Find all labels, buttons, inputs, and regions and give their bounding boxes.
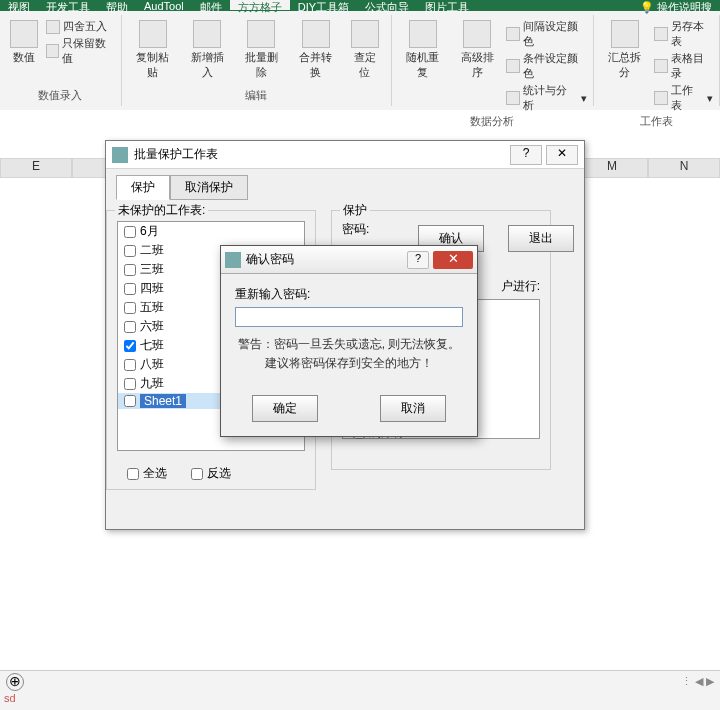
group-analysis: 随机重复 高级排序 间隔设定颜色 条件设定颜色 统计与分析 ▾ 数据分析 [392,15,594,106]
tab-pic[interactable]: 图片工具 [417,0,477,10]
scroll-controls[interactable]: ⋮ ◀ ▶ [681,675,714,688]
tab-audtool[interactable]: AudTool [136,0,192,10]
col-m[interactable]: M [576,158,648,178]
confirm-title: 确认密码 [246,251,294,268]
tab-help[interactable]: 帮助 [98,0,136,10]
col-e[interactable]: E [0,158,72,178]
sheet-check[interactable] [124,264,136,276]
protect-label: 保护 [340,202,370,219]
summary-icon [611,20,639,48]
confirm-help-btn[interactable]: ? [407,251,429,269]
tab-mail[interactable]: 邮件 [192,0,230,10]
toc-icon [654,59,668,73]
group-label: 工作表 [600,114,713,129]
sheet-item: 6月 [118,222,304,241]
invert-sel[interactable]: 反选 [185,464,237,483]
btn-cond-color[interactable]: 条件设定颜色 [506,50,586,82]
delete-icon [247,20,275,48]
btn-numeric[interactable]: 数值 [6,18,42,67]
btn-summary[interactable]: 汇总拆分 [600,18,651,114]
tab-view[interactable]: 视图 [0,0,38,10]
btn-insert[interactable]: 新增插入 [182,18,232,82]
dialog-title: 批量保护工作表 [134,146,218,163]
btn-toc[interactable]: 表格目录 [654,50,713,82]
sheet-check[interactable] [124,245,136,257]
round-icon [46,20,60,34]
btn-alt-color[interactable]: 间隔设定颜色 [506,18,586,50]
confirm-cancel-button[interactable]: 取消 [380,395,446,422]
confirm-prompt: 重新输入密码: [235,286,463,303]
confirm-ok-button[interactable]: 确定 [252,395,318,422]
tab-protect[interactable]: 保护 [116,175,170,200]
tab-unprotect[interactable]: 取消保护 [170,175,248,200]
group-label: 数据分析 [398,114,587,129]
sheet-check[interactable] [124,226,136,238]
dialog-titlebar[interactable]: 批量保护工作表 ? ✕ [106,141,584,169]
confirm-warn1: 警告：密码一旦丢失或遗忘, 则无法恢复。 [235,335,463,354]
btn-batch-del[interactable]: 批量删除 [236,18,286,82]
group-input: 数值 四舍五入 只保留数值 数值录入 [0,15,122,106]
ribbon-tabs: 视图 开发工具 帮助 AudTool 邮件 方方格子 DIY工具箱 公式向导 图… [0,0,720,10]
btn-copy-paste[interactable]: 复制粘贴 [128,18,178,82]
status-bar: sd [0,692,720,710]
btn-worksheet[interactable]: 工作表 ▾ [654,82,713,114]
paste-icon [139,20,167,48]
group-worksheet: 汇总拆分 另存本表 表格目录 工作表 ▾ 工作表 [594,15,720,106]
altcolor-icon [506,27,520,41]
dialog-icon [112,147,128,163]
status-text: sd [4,692,16,704]
tab-formula[interactable]: 公式向导 [357,0,417,10]
save-icon [654,27,668,41]
insert-icon [193,20,221,48]
dialog-tabstrip: 保护 取消保护 [116,175,584,200]
condcolor-icon [506,59,520,73]
add-sheet-button[interactable]: ⊕ [6,673,24,691]
btn-round[interactable]: 四舍五入 [46,18,115,35]
dialog-close-btn[interactable]: ✕ [546,145,578,165]
group-label: 数值录入 [6,88,115,103]
sheet-icon [654,91,668,105]
btn-stats[interactable]: 统计与分析 ▾ [506,82,586,114]
keepnum-icon [46,44,59,58]
btn-locate[interactable]: 查定位 [345,18,385,82]
col-n[interactable]: N [648,158,720,178]
dialog-help-btn[interactable]: ? [510,145,542,165]
tab-ffgz[interactable]: 方方格子 [230,0,290,10]
sheet-check[interactable] [124,340,136,352]
btn-merge[interactable]: 合并转换 [290,18,340,82]
sort-icon [463,20,491,48]
sheet-check[interactable] [124,302,136,314]
stats-icon [506,91,520,105]
random-icon [409,20,437,48]
confirm-warn2: 建议将密码保存到安全的地方！ [235,354,463,373]
sheet-check[interactable] [124,359,136,371]
btn-keep-num[interactable]: 只保留数值 [46,35,115,67]
btn-save-sheet[interactable]: 另存本表 [654,18,713,50]
btn-random[interactable]: 随机重复 [398,18,448,114]
tab-dev[interactable]: 开发工具 [38,0,98,10]
btn-sort[interactable]: 高级排序 [452,18,502,114]
tell-me[interactable]: 💡 操作说明搜 [632,0,720,10]
tab-diy[interactable]: DIY工具箱 [290,0,357,10]
confirm-password-input[interactable] [235,307,463,327]
select-all[interactable]: 全选 [121,464,173,483]
sheet-check[interactable] [124,395,136,407]
sheet-check[interactable] [124,321,136,333]
group-label: 编辑 [128,88,385,103]
ribbon: 数值 四舍五入 只保留数值 数值录入 复制粘贴 新增插入 批量删除 合并转换 查… [0,10,720,110]
sheet-check[interactable] [124,283,136,295]
confirm-close-btn[interactable]: ✕ [433,251,473,269]
numeric-icon [10,20,38,48]
find-icon [351,20,379,48]
group-edit: 复制粘贴 新增插入 批量删除 合并转换 查定位 编辑 [122,15,392,106]
confirm-icon [225,252,241,268]
sheet-tab-bar: ⊕ ⋮ ◀ ▶ [0,670,720,692]
confirm-titlebar[interactable]: 确认密码 ? ✕ [221,246,477,274]
merge-icon [302,20,330,48]
confirm-password-dialog: 确认密码 ? ✕ 重新输入密码: 警告：密码一旦丢失或遗忘, 则无法恢复。 建议… [220,245,478,437]
unprotected-label: 未保护的工作表: [115,202,208,219]
exit-button[interactable]: 退出 [508,225,574,252]
sheet-check[interactable] [124,378,136,390]
